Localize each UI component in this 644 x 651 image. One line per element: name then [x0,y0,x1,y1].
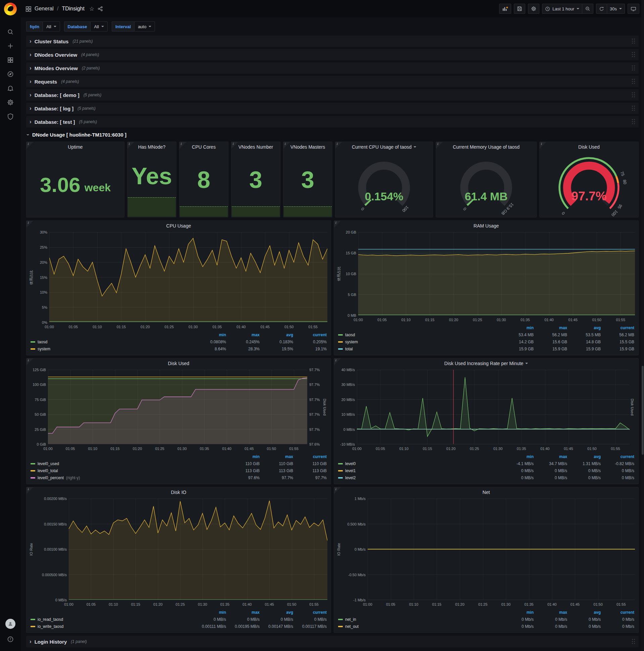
row-drag-handle[interactable] [632,119,635,124]
dashboard-settings-button[interactable] [528,4,539,14]
panel-info-icon[interactable]: i [180,142,186,149]
row-login-history[interactable]: › Login History (1 panel) [26,636,639,647]
panel-title[interactable]: Has MNode? [127,142,176,152]
panel-info-icon[interactable]: i [27,142,33,149]
row-drag-handle[interactable] [632,639,635,644]
panel-title[interactable]: Uptime [27,142,124,152]
panel-info-icon[interactable]: i [334,359,341,365]
panel-title[interactable]: Current CPU Usage of taosd [335,142,433,152]
legend-col-avg[interactable]: avg [567,454,601,459]
row-database-log-[interactable]: ›Database: [ log ](5 panels) [26,103,639,114]
legend-col-min[interactable]: min [500,326,534,330]
share-icon[interactable] [98,6,103,11]
legend-col-min[interactable]: min [500,454,534,459]
panel-title[interactable]: Disk IO [27,487,331,497]
legend-series-name[interactable]: io_write_taosd [38,624,63,629]
variable-label-Database[interactable]: Database [64,22,91,32]
legend-col-current[interactable]: current [293,610,327,615]
panel-title[interactable]: VNodes Masters [283,142,332,152]
panel-info-icon[interactable]: i [231,142,238,149]
breadcrumb-page[interactable]: TDinsight [62,6,85,12]
legend-col-min[interactable]: min [226,454,260,459]
legend-col-current[interactable]: current [601,610,634,615]
variable-label-Interval[interactable]: Interval [112,22,134,32]
legend-series-name[interactable]: net_out [345,624,359,629]
server-admin-shield-icon[interactable] [3,110,18,123]
panel-title[interactable]: Net [334,487,638,497]
legend-col-min[interactable]: min [193,333,226,337]
grafana-logo[interactable] [4,3,17,16]
panel-info-icon[interactable]: i [27,487,33,494]
variable-value-dropdown[interactable]: All [42,22,60,32]
row-dnodes-overview[interactable]: ›DNodes Overview(4 panels) [26,49,639,60]
panel-info-icon[interactable]: i [335,142,342,149]
row-mnodes-overview[interactable]: ›MNodes Overview(2 panels) [26,62,639,74]
row-requests[interactable]: ›Requests(4 panels) [26,76,639,87]
row-drag-handle[interactable] [632,106,635,111]
panel-info-icon[interactable]: i [540,142,546,149]
favorite-star-icon[interactable]: ☆ [89,5,94,12]
dashboards-icon[interactable] [3,53,18,67]
panel-info-icon[interactable]: i [283,142,290,149]
legend-col-current[interactable]: current [293,333,327,337]
alerting-bell-icon[interactable] [3,81,18,95]
legend-series-name[interactable]: taosd [38,340,47,344]
legend-series-name[interactable]: level0_total [38,468,58,473]
row-drag-handle[interactable] [632,39,635,44]
zoom-out-time-button[interactable] [582,4,593,14]
legend-series-name[interactable]: level0_percent [38,475,64,480]
row-drag-handle[interactable] [632,79,635,84]
legend-series-name[interactable]: level1 [345,468,356,473]
add-panel-button[interactable] [499,4,511,14]
refresh-interval-dropdown[interactable]: 30s [607,4,625,14]
legend-col-max[interactable]: max [534,326,567,330]
legend-series-name[interactable]: net_in [345,617,356,622]
configuration-gear-icon[interactable] [3,95,18,110]
help-icon[interactable]: ? [3,632,18,646]
search-icon[interactable] [3,25,18,39]
legend-series-name[interactable]: level0_used [38,461,59,466]
panel-info-icon[interactable]: i [436,142,443,149]
time-range-picker[interactable]: Last 1 hour [542,4,582,14]
panel-info-icon[interactable]: i [334,221,341,227]
legend-col-avg[interactable]: avg [260,333,293,337]
legend-col-min[interactable]: min [193,610,226,615]
cycle-view-mode-button[interactable] [627,4,639,14]
variable-label-fqdn[interactable]: fqdn [26,22,42,32]
legend-series-name[interactable]: taosd [345,333,355,337]
row-drag-handle[interactable] [632,92,635,98]
legend-col-max[interactable]: max [534,610,567,615]
save-dashboard-button[interactable] [514,4,525,14]
panel-info-icon[interactable]: i [127,142,134,149]
legend-series-name[interactable]: level0 [345,461,356,466]
legend-col-current[interactable]: current [601,326,634,330]
variable-value-dropdown[interactable]: All [90,22,107,32]
legend-col-max[interactable]: max [260,454,293,459]
row-database-test-[interactable]: ›Database: [ test ](5 panels) [26,116,639,127]
panel-title[interactable]: Disk Used Increasing Rate per Minute [334,359,638,368]
row-drag-handle[interactable] [632,52,635,57]
legend-series-name[interactable]: total [345,347,353,351]
panel-info-icon[interactable]: i [27,221,33,227]
user-avatar[interactable] [3,618,18,632]
legend-series-name[interactable]: level2 [345,475,356,480]
breadcrumb-section[interactable]: General [35,6,54,12]
row-dnode-usage[interactable]: › DNode Usage [ huolinhe-TM1701:6030 ] [26,129,639,140]
legend-col-max[interactable]: max [534,454,567,459]
legend-col-current[interactable]: current [601,454,634,459]
legend-col-current[interactable]: current [293,454,327,459]
legend-col-min[interactable]: min [500,610,534,615]
scrollbar-thumb[interactable] [642,366,644,455]
panel-title[interactable]: CPU Usage [27,221,331,231]
explore-compass-icon[interactable] [3,67,18,81]
legend-col-avg[interactable]: avg [567,326,601,330]
panel-title[interactable]: CPU Cores [180,142,228,152]
row-cluster-status[interactable]: ›Cluster Status(21 panels) [26,36,639,47]
panel-title[interactable]: VNodes Number [231,142,280,152]
row-drag-handle[interactable] [632,65,635,71]
legend-col-max[interactable]: max [226,610,260,615]
panel-title[interactable]: RAM Usage [334,221,638,231]
variable-value-dropdown[interactable]: auto [134,22,155,32]
legend-series-name[interactable]: io_read_taosd [38,617,63,622]
legend-series-name[interactable]: system [345,340,358,344]
